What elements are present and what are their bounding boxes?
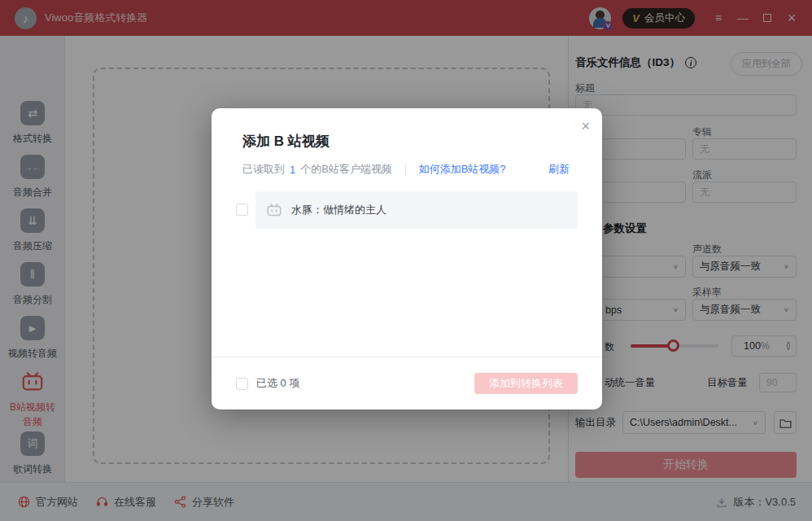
read-count-number: 1 bbox=[290, 164, 295, 176]
add-to-convert-list-button[interactable]: 添加到转换列表 bbox=[474, 373, 578, 394]
dialog-title: 添加 B 站视频 bbox=[242, 132, 330, 151]
video-title: 水豚：做情绪的主人 bbox=[291, 203, 386, 217]
read-count-prefix: 已读取到 bbox=[242, 162, 285, 177]
app-window: ♪ Viwoo音频格式转换器 V V 会员中心 ≡ — × bbox=[0, 0, 812, 521]
add-bilibili-video-dialog: × 添加 B 站视频 已读取到 1 个的B站客户端视频 ｜ 如何添加B站视频? … bbox=[212, 108, 602, 409]
bilibili-tv-icon bbox=[265, 201, 283, 219]
video-list-item[interactable]: 水豚：做情绪的主人 bbox=[255, 191, 578, 229]
howto-add-link[interactable]: 如何添加B站视频? bbox=[419, 162, 506, 177]
video-row-checkbox[interactable] bbox=[236, 204, 248, 216]
read-count-suffix: 个的B站客户端视频 bbox=[300, 162, 392, 177]
selected-count-label: 已选 0 项 bbox=[256, 376, 299, 391]
select-all-checkbox[interactable] bbox=[236, 378, 248, 390]
dialog-close-icon[interactable]: × bbox=[581, 119, 590, 134]
refresh-link[interactable]: 刷新 bbox=[548, 162, 570, 177]
dialog-footer: 已选 0 项 添加到转换列表 bbox=[212, 357, 602, 409]
separator: ｜ bbox=[400, 162, 411, 177]
